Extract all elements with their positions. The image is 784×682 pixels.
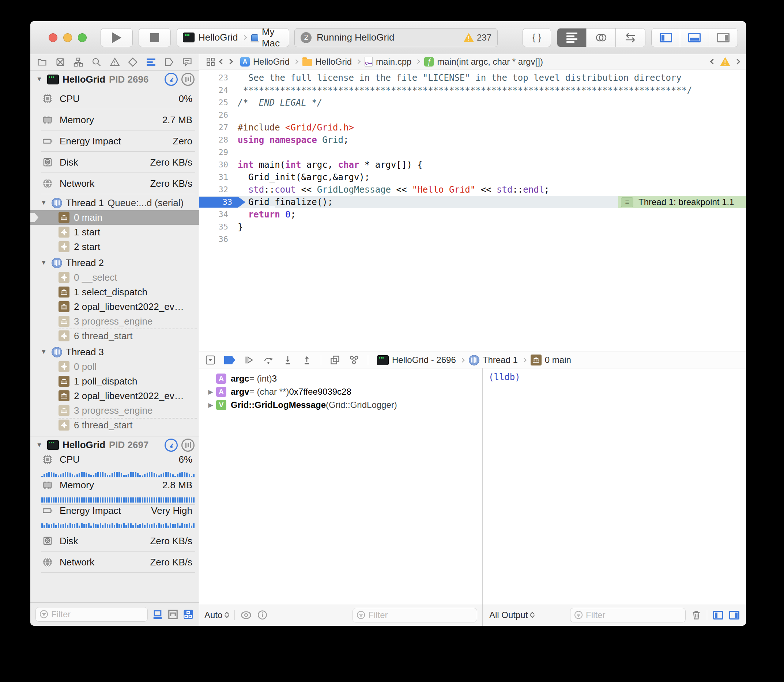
code-line[interactable]: 35} <box>199 221 746 233</box>
gauge-row-cpu[interactable]: CPU0% <box>30 88 199 109</box>
gauge-row-network[interactable]: NetworkZero KB/s <box>30 173 199 194</box>
navigator-tab-reports[interactable] <box>181 56 193 68</box>
clear-console-button[interactable] <box>691 610 701 620</box>
continue-button[interactable] <box>244 355 254 365</box>
thread-row[interactable]: ▼ Thread 1 Queue:...d (serial) <box>30 196 199 210</box>
stack-frame-row[interactable]: 3 progress_engine <box>30 314 199 328</box>
warning-count[interactable]: 237 <box>477 32 492 43</box>
variable-row[interactable]: ▶ A argv = (char **) 0x7ffee9039c28 <box>199 385 482 398</box>
toggle-navigator-button[interactable] <box>651 28 680 47</box>
stack-frame-row[interactable]: 1 start <box>30 225 199 239</box>
console-filter-field[interactable] <box>570 608 686 622</box>
previous-issue-button[interactable] <box>710 59 716 65</box>
breakpoints-toggle-button[interactable] <box>224 356 235 364</box>
stack-frame-row[interactable]: 0 poll <box>30 359 199 374</box>
variables-filter-input[interactable] <box>368 610 473 620</box>
gauge-row-disk[interactable]: DiskZero KB/s <box>30 152 199 173</box>
navigator-tab-debug[interactable] <box>145 56 157 68</box>
related-items-icon[interactable] <box>206 57 216 67</box>
toggle-variables-view-button[interactable] <box>713 611 723 620</box>
source-editor[interactable]: 23 See the full license in the file "LIC… <box>199 69 746 352</box>
code-line[interactable]: 26 <box>199 109 746 121</box>
gauge-row-network[interactable]: NetworkZero KB/s <box>30 551 199 573</box>
stack-frame-row[interactable]: 0 main <box>30 210 199 225</box>
variables-view[interactable]: A argc = (int) 3 ▶ A argv = (char **) 0x… <box>199 368 483 604</box>
zoom-window-button[interactable] <box>78 33 87 42</box>
disclosure-triangle-icon[interactable]: ▶ <box>205 388 216 396</box>
gauge-row-disk[interactable]: DiskZero KB/s <box>30 530 199 551</box>
code-line[interactable]: 25/* END LEGAL */ <box>199 97 746 109</box>
thread-row[interactable]: ▼ Thread 2 <box>30 255 199 270</box>
navigator-tab-issues[interactable] <box>109 56 121 68</box>
close-window-button[interactable] <box>49 33 57 42</box>
debug-view-hierarchy-button[interactable] <box>330 355 340 365</box>
breadcrumb-item[interactable]: fmain(int argc, char * argv[]) <box>424 57 543 67</box>
filter-view-mode-toggle[interactable] <box>183 609 194 620</box>
threads-view-button[interactable] <box>181 438 195 452</box>
variable-row[interactable]: A argc = (int) 3 <box>199 372 482 385</box>
stack-frame-row[interactable]: 6 thread_start <box>30 328 199 343</box>
variables-filter-field[interactable] <box>353 608 477 622</box>
code-line[interactable]: 34 return 0; <box>199 208 746 221</box>
navigator-tab-breakpoints[interactable] <box>163 56 175 68</box>
issue-warning-icon[interactable]: ! <box>720 57 730 66</box>
code-line[interactable]: 33 Grid_finalize();33 ≡ Thread 1: breakp… <box>199 196 746 208</box>
filter-running-toggle[interactable] <box>152 609 163 620</box>
navigator-tab-symbols[interactable] <box>72 56 84 68</box>
go-back-button[interactable] <box>219 59 225 65</box>
disclosure-triangle-icon[interactable]: ▼ <box>41 199 48 207</box>
disclosure-triangle-icon[interactable]: ▼ <box>41 259 48 266</box>
process-row[interactable]: ▼ HelloGrid PID 2696 <box>30 70 199 88</box>
breadcrumb-item[interactable]: Thread 1 <box>469 355 518 365</box>
navigator-filter-field[interactable] <box>35 607 148 622</box>
toggle-inspector-button[interactable] <box>709 28 738 47</box>
activity-viewer[interactable]: 2 Running HelloGrid ! 237 <box>294 28 498 47</box>
disclosure-triangle-icon[interactable]: ▶ <box>205 401 216 409</box>
navigator-tab-source-control[interactable] <box>54 56 66 68</box>
code-line[interactable]: 31 Grid_init(&argc,&argv); <box>199 171 746 183</box>
console-output-popup[interactable]: All Output <box>489 610 534 620</box>
console-filter-input[interactable] <box>586 610 682 620</box>
standard-editor-button[interactable] <box>557 29 586 47</box>
breadcrumb-item[interactable]: 0 main <box>530 355 571 365</box>
stack-frame-row[interactable]: 3 progress_engine <box>30 403 199 418</box>
stop-button[interactable] <box>139 28 171 47</box>
gauge-row-cpu[interactable]: CPU6% <box>30 454 199 479</box>
variable-row[interactable]: ▶ V Grid::GridLogMessage (Grid::GridLogg… <box>199 398 482 411</box>
navigator-filter-input[interactable] <box>51 609 144 620</box>
memory-graph-button[interactable] <box>349 355 359 365</box>
quick-look-button[interactable] <box>241 611 252 620</box>
stack-frame-row[interactable]: 2 start <box>30 239 199 254</box>
minimize-window-button[interactable] <box>63 33 72 42</box>
stack-frame-row[interactable]: 0 __select <box>30 270 199 285</box>
navigator-tab-tests[interactable] <box>127 56 139 68</box>
navigator-tab-project[interactable] <box>36 56 48 68</box>
code-review-button[interactable]: { } <box>522 28 551 47</box>
filter-frames-toggle[interactable] <box>168 609 179 620</box>
gauge-row-memory[interactable]: Memory2.8 MB <box>30 479 199 505</box>
toggle-console-view-button[interactable] <box>729 611 739 620</box>
navigator-tab-find[interactable] <box>91 56 102 68</box>
breakpoint-annotation[interactable]: ≡ Thread 1: breakpoint 1.1 <box>618 196 746 208</box>
code-line[interactable]: 30int main(int argc, char * argv[]) { <box>199 159 746 171</box>
scheme-selector[interactable]: HelloGrid My Mac <box>177 28 289 47</box>
code-line[interactable]: 28using namespace Grid; <box>199 134 746 146</box>
code-line[interactable]: 36 <box>199 233 746 245</box>
annotation-menu-icon[interactable]: ≡ <box>621 198 633 207</box>
step-over-button[interactable] <box>263 355 274 365</box>
code-line[interactable]: 29 <box>199 146 746 159</box>
disclosure-triangle-icon[interactable]: ▼ <box>36 76 43 83</box>
code-line[interactable]: 27#include <Grid/Grid.h> <box>199 121 746 134</box>
breakpoint-badge[interactable]: 33 <box>199 197 245 207</box>
stack-frame-row[interactable]: 1 select_dispatch <box>30 285 199 300</box>
threads-view-button[interactable] <box>181 73 195 86</box>
stack-frame-row[interactable]: 6 thread_start <box>30 418 199 432</box>
stack-frame-row[interactable]: 2 opal_libevent2022_ev… <box>30 300 199 314</box>
code-line[interactable]: 24 *************************************… <box>199 84 746 97</box>
process-row[interactable]: ▼ HelloGrid PID 2697 <box>30 436 199 454</box>
breadcrumb-item[interactable]: C++main.cpp <box>364 57 411 67</box>
thread-row[interactable]: ▼ Thread 3 <box>30 345 199 359</box>
gauge-profile-button[interactable] <box>164 438 178 452</box>
code-line[interactable]: 23 See the full license in the file "LIC… <box>199 72 746 84</box>
assistant-editor-button[interactable] <box>586 29 616 47</box>
